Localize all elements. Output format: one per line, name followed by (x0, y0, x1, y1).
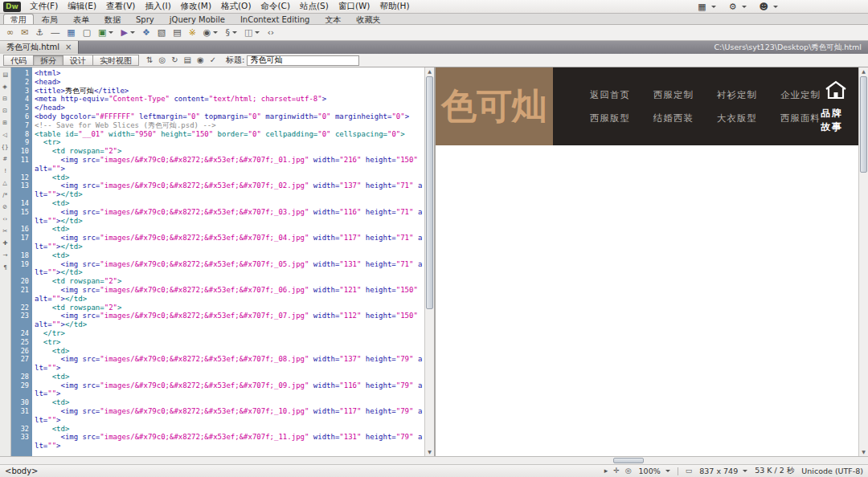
code-line[interactable]: 13 <img src="images/&#x79c0;&#x8272;&#x5… (11, 181, 424, 199)
menu-item[interactable]: 命令(C) (256, 0, 295, 13)
view-button[interactable]: 设计 (63, 55, 93, 66)
preview-in-browser-icon[interactable]: ◎ (158, 56, 166, 64)
code-line[interactable]: 8<table id="__01" width="950" height="15… (11, 130, 424, 139)
code-line[interactable]: 18 <td> (11, 251, 424, 260)
media-icon[interactable]: ▶ (121, 28, 134, 37)
header-nav-link[interactable]: 衬衫定制 (717, 89, 757, 101)
hand-tool-icon[interactable]: ✛ (613, 467, 620, 475)
table-icon[interactable]: ▦ (67, 28, 75, 37)
syntax-error-alerts-icon[interactable]: △ (3, 180, 8, 186)
code-line[interactable]: 25 <tr> (11, 338, 424, 347)
comment-icon[interactable]: ※ (189, 28, 196, 37)
menu-item[interactable]: 修改(M) (176, 0, 216, 13)
code-line[interactable]: 29 <img src="images/&#x79c0;&#x8272;&#x5… (11, 381, 424, 399)
insert-tab[interactable]: 布局 (35, 14, 65, 24)
view-options-icon[interactable]: ▤ (184, 56, 191, 64)
code-line[interactable]: 5</head> (11, 104, 424, 112)
collapse-full-tag-icon[interactable]: ⊟ (2, 96, 7, 101)
menu-item[interactable]: 格式(O) (216, 0, 256, 13)
insert-tab[interactable]: 数据 (97, 14, 128, 24)
horizontal-scrollbar-thumb[interactable] (613, 458, 644, 463)
page-header-preview[interactable]: 色可灿 返回首页西服定制衬衫定制企业定制西服版型结婚西装大衣版型西服面料 品牌故… (436, 67, 858, 145)
insert-tab[interactable]: InContext Editing (233, 14, 317, 24)
header-nav-link[interactable]: 结婚西装 (653, 112, 694, 124)
tag-chooser-icon[interactable]: ‹› (267, 28, 274, 37)
insert-tab[interactable]: jQuery Mobile (162, 14, 232, 24)
code-line[interactable]: 11 <img src="images/&#x79c0;&#x8272;&#x5… (11, 156, 424, 173)
menu-item[interactable]: 文件(F) (25, 0, 63, 13)
brand-story-block[interactable]: 品牌故事 (821, 80, 851, 134)
code-line[interactable]: 21 <img src="images/&#x79c0;&#x8272;&#x5… (11, 286, 424, 304)
collapse-selection-icon[interactable]: ⊡ (2, 108, 7, 113)
menu-item[interactable]: 查看(V) (101, 0, 140, 13)
view-button[interactable]: 代码 (3, 55, 34, 66)
header-nav-link[interactable]: 西服定制 (653, 89, 694, 101)
select-tool-icon[interactable]: ▸ (604, 467, 608, 475)
image-icon[interactable]: ▣ (98, 28, 113, 37)
code-view[interactable]: 1<html>2<head>3<title>秀色可灿</title>4<meta… (11, 67, 424, 456)
design-vertical-scrollbar[interactable]: ▲ ▼ (858, 67, 868, 456)
script-icon[interactable]: § (225, 28, 237, 37)
code-line[interactable]: 3<title>秀色可灿</title> (11, 87, 424, 96)
extensions-gear-icon[interactable]: ⚙ (729, 2, 747, 12)
code-line[interactable]: 32 <td> (11, 425, 424, 434)
template-icon[interactable]: ◫ (244, 28, 260, 37)
insert-tab[interactable]: Spry (129, 14, 162, 24)
window-size-selector[interactable]: 837 x 749 (699, 467, 747, 475)
code-line[interactable]: 31 <img src="images/&#x79c0;&#x8272;&#x5… (11, 407, 424, 425)
format-source-icon[interactable]: ¶ (3, 264, 7, 270)
scroll-down-arrow-icon[interactable]: ▼ (425, 448, 434, 456)
named-anchor-icon[interactable]: ⚓ (35, 28, 43, 37)
insert-tab[interactable]: 文本 (317, 14, 348, 24)
user-account-icon[interactable]: ☻ (760, 2, 778, 12)
insert-tab[interactable]: 表单 (66, 14, 96, 24)
apply-comment-icon[interactable]: /* (2, 192, 7, 198)
refresh-design-view-icon[interactable]: ↻ (171, 56, 178, 64)
expand-all-icon[interactable]: ⊞ (2, 120, 7, 125)
show-code-navigator-icon[interactable]: ◈ (3, 84, 8, 89)
code-line[interactable]: 9 <tr> (11, 138, 424, 147)
code-line[interactable]: 16 <td> (11, 225, 424, 234)
indent-code-icon[interactable]: → (2, 252, 7, 258)
design-scrollbar-thumb[interactable] (860, 76, 867, 173)
menu-item[interactable]: 帮助(H) (375, 0, 414, 13)
code-line[interactable]: 28 <td> (11, 373, 424, 381)
scroll-up-arrow-icon[interactable]: ▲ (425, 67, 434, 75)
menu-item[interactable]: 站点(S) (295, 0, 334, 13)
code-scrollbar-thumb[interactable] (426, 76, 433, 309)
document-tab[interactable]: 秀色可灿.html × (0, 41, 79, 54)
menu-item[interactable]: 窗口(W) (334, 0, 375, 13)
code-line[interactable]: 22 <td rowspan="2"> (11, 304, 424, 312)
document-title-input[interactable] (247, 55, 359, 66)
code-line[interactable]: 26 <td> (11, 347, 424, 356)
hyperlink-icon[interactable]: ∞ (6, 28, 14, 37)
code-line[interactable]: 27 <img src="images/&#x79c0;&#x8272;&#x5… (11, 355, 424, 373)
menu-item[interactable]: 插入(I) (140, 0, 175, 13)
email-link-icon[interactable]: ✉ (21, 28, 28, 37)
move-css-icon[interactable]: ✚ (2, 240, 7, 246)
balance-braces-icon[interactable]: {} (2, 144, 9, 149)
site-logo[interactable]: 色可灿 (436, 67, 553, 145)
code-line[interactable]: 20 <td rowspan="2"> (11, 277, 424, 286)
w3c-validation-icon[interactable]: ✓ (210, 56, 216, 64)
remove-comment-icon[interactable]: ⊘ (2, 204, 7, 210)
zoom-tool-icon[interactable]: ◎ (625, 467, 632, 475)
code-line[interactable]: 6<body bgcolor="#FFFFFF" leftmargin="0" … (11, 112, 424, 121)
insert-div-icon[interactable]: ▢ (83, 28, 91, 37)
date-icon[interactable]: ▧ (158, 28, 166, 37)
wrap-tag-icon[interactable]: ‹› (3, 216, 8, 222)
insert-tab[interactable]: 常用 (3, 14, 34, 24)
horizontal-scrollbar[interactable] (0, 456, 868, 464)
workspace-layout-icon[interactable]: ▦ (698, 2, 715, 12)
code-line[interactable]: 15 <img src="images/&#x79c0;&#x8272;&#x5… (11, 208, 424, 226)
open-documents-icon[interactable]: ▤ (2, 71, 8, 77)
code-line[interactable]: 23 <img src="images/&#x79c0;&#x8272;&#x5… (11, 312, 424, 329)
code-line[interactable]: 30 <td> (11, 398, 424, 407)
view-button[interactable]: 拆分 (33, 55, 63, 66)
visual-aids-icon[interactable]: ◉ (197, 56, 204, 64)
header-nav-link[interactable]: 西服面料 (780, 112, 821, 124)
code-line[interactable]: 17 <img src="images/&#x79c0;&#x8272;&#x5… (11, 234, 424, 251)
widget-icon[interactable]: ❖ (142, 28, 150, 37)
header-nav-link[interactable]: 大衣版型 (717, 112, 757, 124)
app-logo[interactable]: Dw (3, 2, 21, 12)
